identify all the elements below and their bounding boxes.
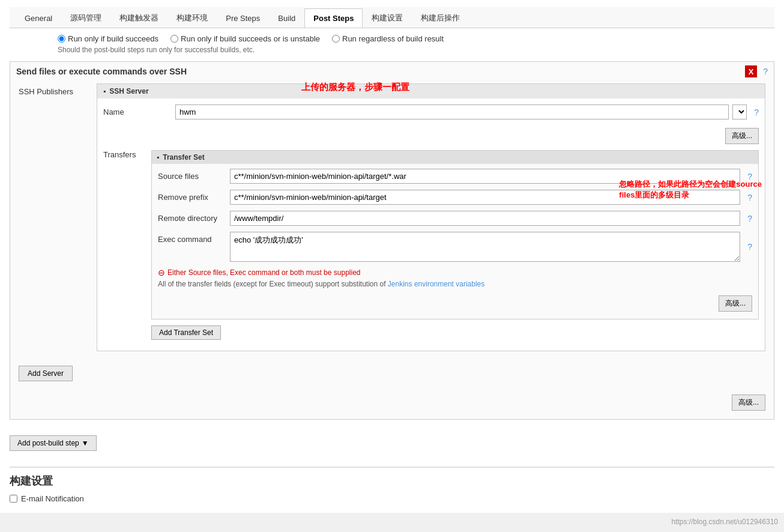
radio-label-2: Run only if build succeeds or is unstabl… xyxy=(181,34,320,43)
source-files-control: ? xyxy=(230,169,752,184)
transfer-set-title: Transfer Set xyxy=(163,153,204,162)
server-header-title: SSH Server xyxy=(109,87,148,95)
transfers-row: Transfers ▪ Transfer Set xyxy=(103,147,759,340)
build-settings-title: 构建设置 xyxy=(10,474,774,488)
radio-input-1[interactable] xyxy=(58,35,65,43)
transfer-set-icon: ▪ xyxy=(157,153,159,162)
email-checkbox[interactable] xyxy=(10,495,17,503)
tab-source[interactable]: 源码管理 xyxy=(61,7,110,28)
email-label: E-mail Notification xyxy=(21,494,84,503)
radio-option3[interactable]: Run regardless of build result xyxy=(332,34,444,43)
exec-command-label: Exec command xyxy=(158,232,230,244)
global-advanced-row: 高级... xyxy=(10,390,774,419)
radio-input-3[interactable] xyxy=(332,35,340,43)
name-label: Name xyxy=(103,104,175,116)
add-post-build-label: Add post-build step xyxy=(17,439,79,447)
name-dropdown[interactable]: ▼ xyxy=(732,104,747,119)
tab-postbuild[interactable]: 构建后操作 xyxy=(412,7,469,28)
exec-command-control: echo '成功成功成功' ? xyxy=(230,232,752,262)
transfer-body: Source files ? Remove prefix xyxy=(152,164,758,319)
add-transfer-button[interactable]: Add Transfer Set xyxy=(151,325,221,340)
exec-command-textarea[interactable]: echo '成功成功成功' xyxy=(230,232,740,262)
add-transfer-row: Add Transfer Set xyxy=(151,325,759,340)
transfer-advanced-row: 高级... xyxy=(158,293,752,314)
add-server-button[interactable]: Add Server xyxy=(19,366,73,381)
radio-label-1: Run only if build succeeds xyxy=(68,34,158,43)
dropdown-arrow-icon: ▼ xyxy=(82,439,89,447)
info-text-content: All of the transfer fields (except for E… xyxy=(158,280,388,288)
hint-text: Should the post-build steps run only for… xyxy=(10,46,774,54)
exec-command-row: Exec command echo '成功成功成功' ? xyxy=(158,232,752,262)
section-header: Send files or execute commands over SSH … xyxy=(10,62,774,77)
build-settings-section: 构建设置 E-mail Notification xyxy=(10,467,774,503)
remote-dir-row: Remote directory ? xyxy=(158,211,752,226)
add-post-build-button[interactable]: Add post-build step ▼ xyxy=(10,435,97,451)
tab-bar: General 源码管理 构建触发器 构建环境 Pre Steps Build … xyxy=(10,7,774,28)
tab-presteps[interactable]: Pre Steps xyxy=(217,8,269,28)
post-build-btn-row: Add post-build step ▼ xyxy=(10,429,774,457)
source-files-input[interactable] xyxy=(230,169,740,184)
transfer-set-block: ▪ Transfer Set Source files xyxy=(151,150,759,319)
remove-prefix-help-icon[interactable]: ? xyxy=(747,193,752,202)
name-help-icon[interactable]: ? xyxy=(754,107,759,117)
radio-option1[interactable]: Run only if build succeeds xyxy=(58,34,158,43)
remote-dir-label: Remote directory xyxy=(158,211,230,223)
jenkins-env-link[interactable]: Jenkins environment variables xyxy=(388,280,484,288)
section-actions: X ? xyxy=(745,65,768,77)
publishers-label: SSH Publishers xyxy=(19,83,97,351)
remote-dir-control: ? xyxy=(230,211,752,226)
server-block: ▪ SSH Server Name ▼ ? xyxy=(97,83,765,351)
global-advanced-button[interactable]: 高级... xyxy=(732,394,765,411)
source-files-row: Source files ? xyxy=(158,169,752,184)
remote-dir-input[interactable] xyxy=(230,211,740,226)
info-text: All of the transfer fields (except for E… xyxy=(158,280,752,288)
source-files-label: Source files xyxy=(158,169,230,181)
radio-input-2[interactable] xyxy=(170,35,178,43)
name-input[interactable] xyxy=(175,104,729,119)
tab-env[interactable]: 构建环境 xyxy=(167,7,217,28)
error-text: Either Source files, Exec command or bot… xyxy=(167,268,361,277)
section-title: Send files or execute commands over SSH xyxy=(16,67,187,76)
tab-build[interactable]: Build xyxy=(269,8,304,28)
server-body: Name ▼ ? 上传的服务器，步骤一配置 高级... xyxy=(97,98,765,351)
advanced-row-1: 高级... xyxy=(103,125,759,147)
source-files-help-icon[interactable]: ? xyxy=(747,172,752,181)
error-icon: ⊖ xyxy=(158,268,165,277)
remove-prefix-control: ? xyxy=(230,190,752,205)
remove-prefix-label: Remove prefix xyxy=(158,190,230,202)
transfer-set-header: ▪ Transfer Set xyxy=(152,151,758,164)
server-header-icon: ▪ xyxy=(103,87,106,95)
advanced-button-1[interactable]: 高级... xyxy=(725,128,759,144)
tab-settings[interactable]: 构建设置 xyxy=(363,7,412,28)
transfer-advanced-button[interactable]: 高级... xyxy=(719,295,752,312)
ssh-section-box: Send files or execute commands over SSH … xyxy=(10,61,774,420)
exec-command-help-icon[interactable]: ? xyxy=(747,242,752,252)
tab-general[interactable]: General xyxy=(16,8,61,28)
radio-label-3: Run regardless of build result xyxy=(342,34,444,43)
help-icon[interactable]: ? xyxy=(763,67,768,76)
build-condition-group: Run only if build succeeds Run only if b… xyxy=(10,28,774,46)
close-button[interactable]: X xyxy=(745,65,757,77)
footer-row: Add Server xyxy=(10,357,774,390)
tab-poststeps[interactable]: Post Steps xyxy=(304,8,363,28)
radio-option2[interactable]: Run only if build succeeds or is unstabl… xyxy=(170,34,320,43)
remove-prefix-input[interactable] xyxy=(230,190,740,205)
name-control-wrap: ▼ ? xyxy=(175,104,759,119)
tab-trigger[interactable]: 构建触发器 xyxy=(110,7,167,28)
name-row: Name ▼ ? xyxy=(103,104,759,119)
error-message: ⊖ Either Source files, Exec command or b… xyxy=(158,268,752,277)
server-header: ▪ SSH Server xyxy=(97,84,765,98)
section-inner: SSH Publishers ▪ SSH Server Name ▼ xyxy=(10,77,774,357)
transfers-content: ▪ Transfer Set Source files xyxy=(151,147,759,340)
email-notification-row: E-mail Notification xyxy=(10,494,774,503)
remove-prefix-row: Remove prefix ? xyxy=(158,190,752,205)
transfers-label: Transfers xyxy=(103,147,151,159)
remote-dir-help-icon[interactable]: ? xyxy=(747,214,752,223)
